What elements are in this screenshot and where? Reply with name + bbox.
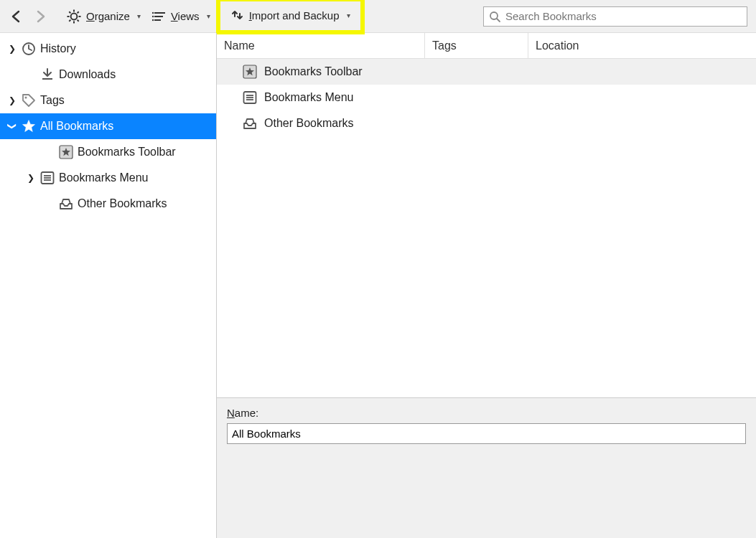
sidebar-item-label: Bookmarks Menu [59,171,149,184]
organize-label: Organize [86,10,130,22]
search-input[interactable] [505,10,742,22]
detail-name-input[interactable] [227,423,746,444]
sidebar: ❯ History · Downloads ❯ Tags ❯ All Bookm… [0,33,217,538]
search-icon [488,10,501,23]
download-icon [40,67,55,82]
tray-icon [59,197,73,211]
sidebar-item-tags[interactable]: ❯ Tags [0,88,216,113]
expand-icon[interactable]: ❯ [7,44,17,54]
sidebar-item-bookmarks-toolbar[interactable]: · Bookmarks Toolbar [0,139,216,165]
sidebar-item-label: All Bookmarks [40,120,113,133]
menu-icon [243,90,257,105]
menu-icon [40,171,55,185]
expand-icon[interactable]: ❯ [7,95,17,105]
forward-button[interactable] [29,6,53,27]
import-export-icon [230,10,245,22]
list-item-label: Other Bookmarks [264,117,353,130]
clock-icon [22,42,36,56]
toolbar: Organize ▾ Views ▾ Import and Backup ▾ [0,0,756,33]
organize-menu[interactable]: Organize ▾ [60,6,146,27]
column-tags[interactable]: Tags [425,33,528,58]
sidebar-item-all-bookmarks[interactable]: ❯ All Bookmarks [0,113,216,139]
collapse-icon[interactable]: ❯ [7,121,17,131]
list-icon [152,9,167,24]
sidebar-item-label: Bookmarks Toolbar [78,146,176,159]
sidebar-item-history[interactable]: ❯ History [0,36,216,62]
star-box-icon [243,65,257,79]
content-area: Name Tags Location Bookmarks Toolbar Boo… [217,33,756,538]
chevron-down-icon: ▾ [207,12,210,20]
bookmark-list: Bookmarks Toolbar Bookmarks Menu Other B… [217,59,756,397]
expand-icon[interactable]: ❯ [26,173,36,183]
detail-name-label: Name: [227,407,746,419]
sidebar-item-other-bookmarks[interactable]: · Other Bookmarks [0,191,216,217]
import-backup-highlight: Import and Backup ▾ [216,0,365,34]
column-headers: Name Tags Location [217,33,756,59]
sidebar-item-label: History [40,42,76,55]
forward-arrow-icon [33,9,49,24]
list-item[interactable]: Other Bookmarks [217,110,756,136]
sidebar-item-label: Tags [40,94,65,107]
views-menu[interactable]: Views ▾ [146,6,216,27]
sidebar-item-bookmarks-menu[interactable]: ❯ Bookmarks Menu [0,165,216,191]
tag-icon [22,93,36,108]
column-location[interactable]: Location [528,33,756,58]
list-item-label: Bookmarks Menu [264,91,354,104]
import-backup-label: Import and Backup [249,9,340,22]
search-box[interactable] [483,6,747,27]
main-area: ❯ History · Downloads ❯ Tags ❯ All Bookm… [0,33,756,538]
import-backup-menu[interactable]: Import and Backup ▾ [225,6,356,24]
sidebar-item-downloads[interactable]: · Downloads [0,62,216,88]
back-arrow-icon [9,9,24,24]
sidebar-item-label: Other Bookmarks [78,197,167,210]
list-item-label: Bookmarks Toolbar [264,65,363,78]
tray-icon [243,116,257,131]
star-icon [22,119,36,133]
column-name[interactable]: Name [217,33,425,58]
chevron-down-icon: ▾ [137,12,141,20]
gear-icon [66,9,82,24]
views-label: Views [171,10,200,22]
sidebar-item-label: Downloads [59,68,116,81]
list-item[interactable]: Bookmarks Toolbar [217,59,756,85]
chevron-down-icon: ▾ [347,11,350,19]
list-item[interactable]: Bookmarks Menu [217,85,756,110]
detail-pane: Name: [217,397,756,538]
back-button[interactable] [4,6,29,27]
star-box-icon [59,145,73,159]
